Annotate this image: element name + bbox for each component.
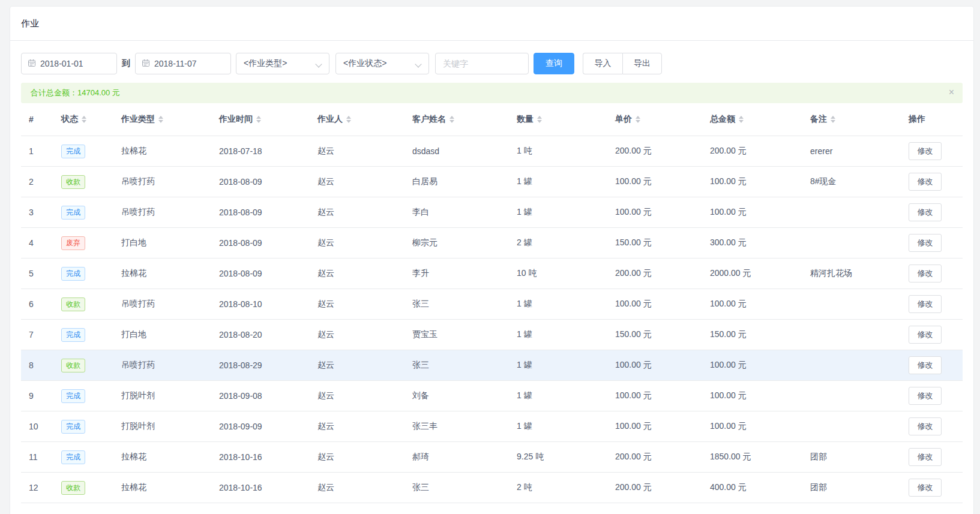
customer-cell: 刘备 [404,390,509,401]
table-row: 3完成吊喷打药2018-08-09赵云李白1 罐100.00 元100.00 元… [21,197,963,228]
column-header[interactable]: 数量 [509,114,607,125]
calendar-icon [142,59,150,69]
chevron-down-icon [315,61,322,67]
table-row: 2收款吊喷打药2018-08-09赵云白居易1 罐100.00 元100.00 … [21,167,963,197]
sort-caret-icon[interactable] [537,116,542,123]
index-cell: 11 [21,452,53,462]
column-header[interactable]: 备注 [802,114,901,125]
status-badge: 完成 [61,267,85,281]
quantity-cell: 1 罐 [509,299,607,309]
time-cell: 2018-08-09 [211,208,310,217]
table-header-row: #状态作业类型作业时间作业人客户姓名数量单价总金额备注操作 [21,103,963,136]
total-cell: 100.00 元 [702,390,802,401]
edit-button[interactable]: 修改 [909,203,942,221]
status-badge: 完成 [61,420,85,434]
page-title: 作业 [21,18,39,29]
column-header[interactable]: 单价 [607,114,702,125]
table-row: 4废弃打白地2018-08-09赵云柳宗元2 罐150.00 元300.00 元… [21,228,963,258]
edit-button[interactable]: 修改 [909,295,942,313]
unit_price-cell: 150.00 元 [607,329,702,340]
unit_price-cell: 100.00 元 [607,390,702,401]
index-cell: 1 [21,146,53,156]
search-button[interactable]: 查询 [534,53,574,74]
sort-caret-icon[interactable] [82,116,86,123]
edit-button[interactable]: 修改 [909,356,942,374]
date-from-input[interactable]: 2018-01-01 [21,53,117,74]
total-cell: 200.00 元 [702,146,802,157]
status-cell: 完成 [53,206,113,220]
edit-button[interactable]: 修改 [909,479,942,497]
time-cell: 2018-08-20 [211,330,310,339]
column-header[interactable]: 作业人 [310,114,404,125]
sort-caret-icon[interactable] [158,116,163,123]
sort-caret-icon[interactable] [256,116,261,123]
worker-cell: 赵云 [310,146,404,157]
date-from-value: 2018-01-01 [40,59,83,68]
time-cell: 2018-08-29 [211,360,310,370]
edit-button[interactable]: 修改 [909,173,942,191]
action-cell: 修改 [901,448,963,466]
close-icon[interactable]: × [949,87,954,98]
customer-cell: 张三 [404,482,509,493]
column-header[interactable]: 客户姓名 [404,114,509,125]
job-type-select[interactable]: <作业类型> [236,53,329,74]
customer-cell: 柳宗元 [404,238,509,248]
quantity-cell: 2 吨 [509,482,607,493]
column-header[interactable]: 作业时间 [211,114,310,125]
edit-button[interactable]: 修改 [909,387,942,405]
unit_price-cell: 100.00 元 [607,360,702,371]
action-cell: 修改 [901,264,963,282]
column-header[interactable]: 作业类型 [113,114,211,125]
edit-button[interactable]: 修改 [909,417,942,435]
unit_price-cell: 100.00 元 [607,299,702,309]
edit-button[interactable]: 修改 [909,326,942,344]
quantity-cell: 1 罐 [509,421,607,432]
status-badge: 收款 [61,175,85,189]
edit-button[interactable]: 修改 [909,264,942,282]
status-cell: 废弃 [53,236,113,250]
total-cell: 400.00 元 [702,482,802,493]
keyword-input[interactable] [435,53,529,74]
total-cell: 100.00 元 [702,421,802,432]
quantity-cell: 1 罐 [509,329,607,340]
filter-bar: 2018-01-01 到 2018-11-07 <作业类型> <作业状态> [10,41,973,74]
status-cell: 完成 [53,145,113,158]
customer-cell: 李升 [404,268,509,279]
action-cell: 修改 [901,326,963,344]
total-cell: 100.00 元 [702,360,802,371]
customer-cell: dsdasd [404,146,509,156]
job-status-select[interactable]: <作业状态> [335,53,429,74]
date-range-to-label: 到 [122,58,130,69]
action-cell: 修改 [901,417,963,435]
unit_price-cell: 200.00 元 [607,146,702,157]
sort-caret-icon[interactable] [831,116,835,123]
edit-button[interactable]: 修改 [909,234,942,252]
sort-caret-icon[interactable] [636,116,640,123]
sort-caret-icon[interactable] [346,116,351,123]
edit-button[interactable]: 修改 [909,142,942,160]
sort-caret-icon[interactable] [449,116,454,123]
export-button[interactable]: 导出 [622,53,662,74]
index-cell: 6 [21,299,53,309]
quantity-cell: 2 罐 [509,238,607,248]
table-row: 6收款吊喷打药2018-08-10赵云张三1 罐100.00 元100.00 元… [21,289,963,320]
edit-button[interactable]: 修改 [909,448,942,466]
action-cell: 修改 [901,479,963,497]
import-button[interactable]: 导入 [583,53,622,74]
type-cell: 吊喷打药 [113,360,211,371]
time-cell: 2018-09-08 [211,391,310,401]
total-cell: 150.00 元 [702,329,802,340]
column-header[interactable]: 总金额 [702,114,802,125]
date-to-input[interactable]: 2018-11-07 [135,53,231,74]
unit_price-cell: 200.00 元 [607,452,702,462]
column-header[interactable]: 状态 [53,114,113,125]
column-header-label: 作业时间 [219,114,253,125]
action-cell: 修改 [901,234,963,252]
unit_price-cell: 200.00 元 [607,268,702,279]
index-cell: 8 [21,360,53,370]
customer-cell: 张三 [404,299,509,309]
sort-caret-icon[interactable] [739,116,744,123]
remark-cell: 8#现金 [802,176,901,187]
type-cell: 打白地 [113,238,211,248]
action-cell: 修改 [901,173,963,191]
